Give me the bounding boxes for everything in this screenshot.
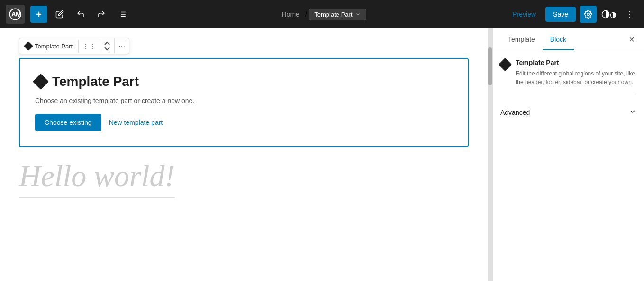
breadcrumb: Home / Template Part	[278, 9, 366, 20]
chevron-down-icon	[629, 108, 636, 117]
chevron-down-icon	[355, 11, 361, 17]
new-template-part-button[interactable]: New template part	[109, 119, 163, 126]
preview-button[interactable]: Preview	[507, 8, 542, 21]
template-part-description: Choose an existing template part or crea…	[35, 97, 453, 104]
list-view-button[interactable]	[114, 6, 131, 23]
template-part-diamond-icon	[33, 74, 49, 90]
sidebar-block-text: Template Part Edit the different global …	[516, 59, 636, 86]
block-drag-handle[interactable]: ⋮⋮	[79, 39, 100, 53]
block-floating-toolbar: Template Part ⋮⋮ ⋯	[19, 38, 129, 54]
template-part-block: Template Part Choose an existing templat…	[19, 58, 469, 147]
block-more-options[interactable]: ⋯	[115, 39, 129, 53]
more-options-button[interactable]: ⋮	[621, 6, 638, 23]
main-toolbar: + Home / Template Part	[0, 0, 644, 28]
block-move-buttons[interactable]	[100, 38, 115, 54]
template-part-title: Template Part	[35, 74, 453, 89]
save-button[interactable]: Save	[545, 7, 576, 22]
add-block-button[interactable]: +	[30, 6, 47, 23]
undo-button[interactable]	[72, 6, 89, 23]
advanced-section[interactable]: Advanced	[500, 102, 636, 122]
settings-button[interactable]	[580, 6, 597, 23]
hello-world-heading: Hello world!	[19, 159, 175, 198]
breadcrumb-current-label: Template Part	[314, 11, 352, 18]
scrollbar-thumb[interactable]	[488, 47, 492, 85]
block-type-indicator[interactable]: Template Part	[19, 40, 79, 53]
toolbar-right: Preview Save ◑ ⋮	[507, 6, 638, 23]
tab-block[interactable]: Block	[543, 30, 574, 50]
sidebar-block-title: Template Part	[516, 59, 636, 66]
redo-button[interactable]	[93, 6, 110, 23]
editor-area: Template Part ⋮⋮ ⋯ Template Part Choose …	[0, 28, 488, 281]
wp-logo[interactable]	[6, 5, 25, 24]
contrast-button[interactable]: ◑	[600, 6, 617, 23]
edit-icon-button[interactable]	[51, 6, 68, 23]
sidebar-block-description: Edit the different global regions of you…	[516, 69, 636, 86]
breadcrumb-home[interactable]: Home	[278, 9, 303, 20]
sidebar-block-info: Template Part Edit the different global …	[500, 59, 636, 94]
editor-scrollbar[interactable]	[488, 28, 492, 281]
choose-existing-button[interactable]: Choose existing	[35, 114, 101, 131]
main-content: Template Part ⋮⋮ ⋯ Template Part Choose …	[0, 28, 644, 281]
block-name-label: Template Part	[35, 43, 73, 50]
template-part-heading: Template Part	[52, 74, 139, 89]
advanced-label: Advanced	[500, 109, 530, 116]
sidebar-content: Template Part Edit the different global …	[493, 51, 644, 281]
breadcrumb-current[interactable]: Template Part	[309, 9, 366, 20]
block-diamond-icon	[24, 41, 33, 51]
breadcrumb-separator: /	[305, 10, 307, 19]
tab-template[interactable]: Template	[500, 30, 543, 50]
svg-point-6	[587, 13, 590, 16]
sidebar-diamond-icon	[499, 58, 512, 71]
sidebar-panel: Template Block × Template Part Edit the …	[492, 28, 644, 281]
sidebar-close-button[interactable]: ×	[627, 32, 636, 47]
sidebar-tabs: Template Block ×	[493, 28, 644, 51]
template-part-actions: Choose existing New template part	[35, 114, 453, 131]
